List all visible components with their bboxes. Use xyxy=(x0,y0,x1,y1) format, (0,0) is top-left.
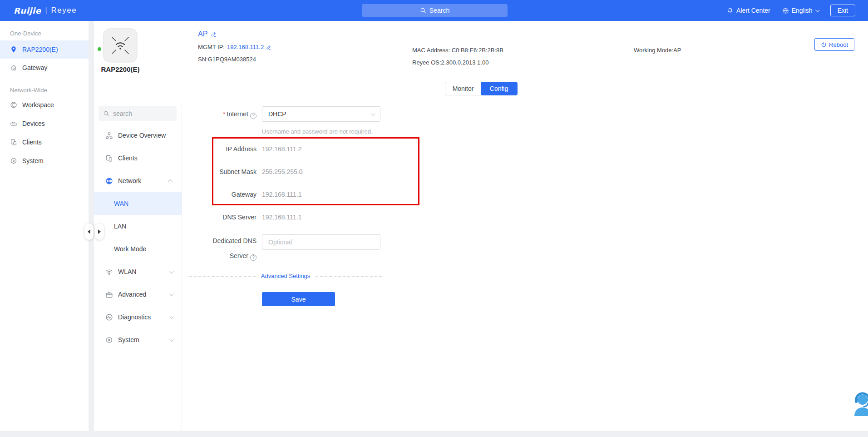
wan-config-form: *Internet? DHCP Username and password ar… xyxy=(182,102,868,431)
sidebar-section-network-wide: Network-Wide xyxy=(0,77,89,95)
home-icon xyxy=(10,64,17,71)
sidebar-item-gateway[interactable]: Gateway xyxy=(0,59,89,77)
device-image xyxy=(103,28,138,63)
chevron-up-icon xyxy=(168,179,173,184)
nav-search-input[interactable] xyxy=(113,110,168,117)
main-content: RAP2200(E) AP MGMT IP:192.168.111.2 SN:G… xyxy=(94,21,868,431)
nav-item-label: Work Mode xyxy=(114,245,146,253)
diagnostics-pulse-icon xyxy=(105,313,113,321)
device-info-header: RAP2200(E) AP MGMT IP:192.168.111.2 SN:G… xyxy=(94,21,868,78)
nav-item-diagnostics[interactable]: Diagnostics xyxy=(94,306,182,328)
alert-center-button[interactable]: Alert Center xyxy=(727,7,770,14)
nav-item-label: Diagnostics xyxy=(118,313,151,321)
dns-server-value: 192.168.111.1 xyxy=(262,214,301,221)
search-label: Search xyxy=(429,7,449,14)
sidebar-item-clients[interactable]: Clients xyxy=(0,133,89,151)
reboot-label: Reboot xyxy=(829,41,848,48)
support-mascot-icon[interactable] xyxy=(851,390,868,418)
dedicated-dns-input[interactable] xyxy=(262,234,380,250)
nav-search-box[interactable] xyxy=(99,106,177,121)
ip-address-value: 192.168.111.2 xyxy=(262,145,301,153)
os-version: Reyee OS:2.300.0.2013 1.00 xyxy=(412,59,503,66)
search-icon xyxy=(420,7,426,14)
sidebar-item-label: Devices xyxy=(22,120,45,127)
device-name: AP xyxy=(198,30,207,38)
edit-ip-pencil-icon[interactable] xyxy=(266,45,271,50)
router-icon xyxy=(10,120,17,127)
alert-center-label: Alert Center xyxy=(736,7,770,14)
network-globe-icon xyxy=(105,177,113,185)
globe-icon xyxy=(782,7,789,14)
bell-icon xyxy=(727,7,734,14)
help-icon[interactable]: ? xyxy=(250,254,256,261)
sidebar-item-devices[interactable]: Devices xyxy=(0,114,89,133)
hexagon-settings-icon xyxy=(105,336,113,344)
help-icon[interactable]: ? xyxy=(250,113,256,119)
mac-address: MAC Address: C0:B8:E6:2B:2B:8B xyxy=(412,47,503,54)
device-serial-number: SN:G1PQ9AM038524 xyxy=(198,56,271,63)
hexagon-settings-icon xyxy=(10,157,17,164)
nav-item-wan[interactable]: WAN xyxy=(94,192,182,215)
chevron-down-icon xyxy=(815,8,820,12)
working-mode: Working Mode:AP xyxy=(634,47,681,54)
chevron-down-icon xyxy=(169,292,174,296)
sidebar-item-system[interactable]: System xyxy=(0,151,89,170)
briefcase-icon xyxy=(105,291,113,298)
collapse-left-button[interactable] xyxy=(84,223,94,240)
nav-item-label: WAN xyxy=(114,200,128,207)
dedicated-dns-label-line2: Server? xyxy=(182,252,256,261)
sidebar-item-label: System xyxy=(22,157,44,164)
nav-item-lan[interactable]: LAN xyxy=(94,215,182,238)
nav-item-label: Network xyxy=(118,177,141,184)
subnet-mask-label: Subnet Mask xyxy=(182,168,256,175)
language-selector[interactable]: English xyxy=(782,7,819,14)
save-button[interactable]: Save xyxy=(262,292,335,306)
nav-item-network[interactable]: Network xyxy=(94,169,182,192)
internet-label: *Internet? xyxy=(182,110,256,119)
dashed-line xyxy=(316,276,382,277)
nav-item-label: Advanced xyxy=(118,291,146,298)
sidebar-item-label: Gateway xyxy=(22,64,47,71)
search-icon xyxy=(103,110,109,117)
advanced-settings-link[interactable]: Advanced Settings xyxy=(261,273,310,279)
nav-item-system[interactable]: System xyxy=(94,328,182,351)
chevron-down-icon xyxy=(169,314,174,319)
sidebar-item-workspace[interactable]: Workspace xyxy=(0,95,89,114)
nav-item-wlan[interactable]: WLAN xyxy=(94,260,182,283)
tab-config[interactable]: Config xyxy=(481,82,518,95)
sidebar-item-rap2200e[interactable]: RAP2200(E) xyxy=(0,40,89,59)
advanced-settings-divider: Advanced Settings xyxy=(189,273,382,279)
reboot-button[interactable]: Reboot xyxy=(814,38,854,51)
internet-type-select[interactable]: DHCP xyxy=(262,106,380,122)
sidebar-section-one-device: One-Device xyxy=(0,21,89,39)
sidebar-collapse-handles xyxy=(84,223,104,240)
triangle-left-icon xyxy=(88,229,90,234)
online-status-dot xyxy=(98,47,101,51)
power-icon xyxy=(821,42,827,48)
dns-server-label: DNS Server xyxy=(182,214,256,221)
language-label: English xyxy=(792,7,813,14)
tab-monitor[interactable]: Monitor xyxy=(445,82,482,95)
chevron-down-icon xyxy=(169,269,174,273)
global-search-button[interactable]: Search xyxy=(362,4,508,17)
config-side-nav: Device Overview Clients Network xyxy=(94,102,182,431)
nav-item-work-mode[interactable]: Work Mode xyxy=(94,238,182,260)
expand-right-button[interactable] xyxy=(95,223,104,240)
nav-item-advanced[interactable]: Advanced xyxy=(94,283,182,306)
logo-divider: | xyxy=(45,6,47,15)
chevron-down-icon xyxy=(371,111,375,116)
exit-button[interactable]: Exit xyxy=(830,5,855,16)
wifi-icon xyxy=(105,268,113,276)
sidebar-item-label: Clients xyxy=(22,139,42,146)
nav-item-clients[interactable]: Clients xyxy=(94,147,182,169)
edit-name-pencil-icon[interactable] xyxy=(211,31,217,37)
nav-item-device-overview[interactable]: Device Overview xyxy=(94,124,182,147)
sidebar-item-label: RAP2200(E) xyxy=(22,46,58,53)
nav-item-label: LAN xyxy=(114,223,126,230)
primary-sidebar: One-Device RAP2200(E) Gateway Network-Wi… xyxy=(0,21,89,431)
subnet-mask-value: 255.255.255.0 xyxy=(262,168,303,175)
gateway-label: Gateway xyxy=(182,191,256,198)
org-chart-icon xyxy=(105,132,113,139)
mgmt-ip-label: MGMT IP: xyxy=(198,44,225,50)
device-model-name: RAP2200(E) xyxy=(94,65,147,73)
